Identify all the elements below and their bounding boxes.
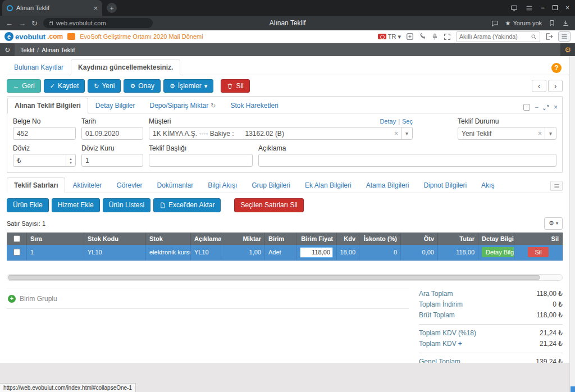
scrollbar-thumb[interactable] [571,386,575,392]
tab-documents[interactable]: Dokümanlar [150,177,201,193]
quick-add-icon[interactable] [406,33,414,40]
col-kdv[interactable]: Kdv [337,233,359,245]
delete-selected-rows-button[interactable]: Seçilen Satırları Sil [234,198,303,212]
phone-icon[interactable] [419,33,426,40]
scrollbar-thumb[interactable] [8,275,540,280]
next-record-button[interactable]: › [548,80,563,92]
browser-menu-icon[interactable] [526,4,533,12]
close-icon[interactable]: × [554,104,558,111]
add-service-button[interactable]: Hizmet Ekle [52,198,100,212]
help-button[interactable]: ? [551,63,562,73]
tab-assignment-info[interactable]: Atama Bilgileri [359,177,417,193]
settings-gear-icon[interactable]: ⚙ [560,43,575,56]
dropdown-icon[interactable]: ▾ [401,127,412,139]
date-input[interactable] [81,127,143,140]
cast-icon[interactable] [510,4,518,12]
tab-activities[interactable]: Aktiviteler [65,177,109,193]
language-selector[interactable]: TR ▾ [378,33,401,40]
sync-icon[interactable]: ↻ [0,43,15,56]
col-tutar[interactable]: Tutar [438,233,478,245]
comment-icon[interactable] [491,20,499,27]
col-iskonto[interactable]: İskonto (%) [359,233,401,245]
unit-group-toggle[interactable]: + Birim Gruplu [7,289,409,309]
excel-import-button[interactable]: Excel'den Aktar [153,198,221,212]
tab-group-info[interactable]: Grup Bilgileri [244,177,298,193]
clear-icon[interactable]: × [535,130,545,138]
col-birim[interactable]: Birim [265,233,296,245]
expand-icon[interactable] [543,104,549,111]
col-birim-fiyat[interactable]: Birim Fiyat [296,233,337,245]
tab-offer-info[interactable]: Alınan Teklif Bilgileri [7,98,88,113]
delete-button[interactable]: Sil [221,79,249,93]
col-stok[interactable]: Stok [146,233,191,245]
customer-select[interactable]: 1K KİMYA A.Ş. ---- Bakiye : 13162.02 (B)… [149,127,413,140]
tab-info-flow[interactable]: Bilgi Akışı [200,177,244,193]
document-no-input[interactable] [13,127,76,140]
microphone-icon[interactable] [431,33,439,40]
app-logo[interactable]: e evobulut.com [4,32,63,41]
col-miktar[interactable]: Miktar [221,233,265,245]
back-icon[interactable]: ← [6,19,13,28]
unit-price-input[interactable] [300,247,333,258]
address-bar[interactable]: web.evobulut.com [43,18,153,28]
offer-status-select[interactable]: Yeni Teklif × ▾ [458,127,556,140]
forward-icon[interactable]: → [19,19,26,28]
new-button[interactable]: ↻ Yeni [88,79,121,93]
operations-button[interactable]: ⚙ İşlemler ▾ [163,79,213,93]
customer-detail-link[interactable]: Detay [380,118,396,125]
collapse-icon[interactable]: − [535,104,539,111]
tab-extra-fields[interactable]: Ek Alan Bilgileri [298,177,359,193]
tab-stock-movements[interactable]: Stok Hareketleri [223,98,285,113]
window-minimize-icon[interactable]: − [541,4,545,11]
window-close-icon[interactable]: × [565,4,569,11]
grid-settings-button[interactable]: ⚙ ▾ [544,217,563,230]
tab-updating-record[interactable]: Kaydınızı güncellemektesiniz. [71,60,180,75]
add-kdv-icon[interactable]: + [458,340,462,348]
col-aciklama[interactable]: Açıklama [191,233,221,245]
breadcrumb-section[interactable]: Teklif [20,47,34,53]
add-product-button[interactable]: Ürün Ekle [7,198,49,212]
exchange-rate-input[interactable] [81,154,143,167]
tab-detail-info[interactable]: Detay Bilgiler [88,98,143,113]
col-detay-bilgi[interactable]: Detay Bilgi [478,233,514,245]
download-icon[interactable] [562,20,569,27]
offer-title-input[interactable] [149,154,253,167]
currency-select[interactable]: ₺ ▴ ▾ [13,154,76,167]
table-row[interactable]: 1 YL10 elektronik kursu YL10 1,00 Adet 1… [7,245,563,261]
window-maximize-icon[interactable] [553,4,558,11]
col-stok-kodu[interactable]: Stok Kodu [84,233,146,245]
select-all-checkbox[interactable] [13,235,20,242]
search-input[interactable] [459,33,528,40]
product-list-button[interactable]: Ürün Listesi [103,198,150,212]
customer-select-link[interactable]: Seç [402,118,413,125]
tab-flow[interactable]: Akış [474,177,501,193]
col-sil[interactable]: Sil [514,233,563,245]
back-button[interactable]: ← Geri [7,79,41,93]
description-input[interactable] [258,154,556,167]
smart-search[interactable] [456,31,540,42]
col-sira[interactable]: Sıra [27,233,84,245]
row-delete-button[interactable]: Sil [528,247,548,257]
dropdown-icon[interactable]: ▾ [545,127,556,139]
horizontal-scrollbar[interactable] [7,274,563,281]
tab-depot-order[interactable]: Depo/Sipariş Miktar ↻ [143,98,223,113]
prev-record-button[interactable]: ‹ [532,80,546,92]
tab-offer-lines[interactable]: Teklif Satırları [7,177,65,193]
tab-tasks[interactable]: Görevler [109,177,150,193]
col-otv[interactable]: Ötv [401,233,438,245]
approve-button[interactable]: ⚙ Onay [124,79,161,93]
clear-icon[interactable]: × [391,130,401,138]
logout-icon[interactable] [545,33,553,40]
search-icon[interactable] [531,34,537,40]
tab-close-icon[interactable]: × [93,4,98,12]
tab-footnote-info[interactable]: Dipnot Bilgileri [416,177,474,193]
review-button[interactable]: ★ Yorum yok [505,20,542,27]
row-detail-button[interactable]: Detay Bilgi [482,247,514,257]
reload-icon[interactable]: ↻ [31,19,38,28]
tab-found-records[interactable]: Bulunan Kayıtlar [7,60,71,75]
fullscreen-icon[interactable] [444,33,451,40]
main-menu-icon[interactable] [558,31,571,42]
vertical-scrollbar[interactable] [569,56,575,392]
new-tab-button[interactable]: + [107,3,117,13]
browser-tab[interactable]: Alınan Teklif × [2,0,102,16]
